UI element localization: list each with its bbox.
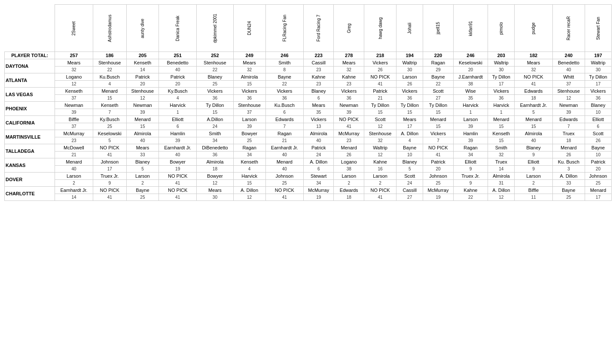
score-cell-5-5: 25 [233, 137, 265, 144]
pick-cell-5-11: Vickers [423, 130, 454, 137]
pick-cell-3-15: Newman [552, 102, 585, 109]
pick-cell-9-3: NO PICK [159, 187, 197, 194]
race-label-talladega: TALLADEGA [5, 144, 55, 158]
score-cell-0-0: 32 [55, 67, 93, 73]
score-cell-1-5: 15 [233, 81, 265, 88]
score-cell-7-6: 40 [265, 166, 303, 173]
score-cell-9-5: 12 [233, 194, 265, 201]
total-value-16: 197 [585, 52, 611, 59]
race-label-daytona: DAYTONA [5, 59, 55, 73]
race-label-atlanta: ATLANTA [5, 73, 55, 88]
score-cell-0-13: 30 [488, 67, 515, 73]
score-cell-7-13: 14 [488, 166, 515, 173]
score-cell-5-8: 23 [334, 137, 364, 144]
pick-cell-3-1: Kenseth [93, 102, 126, 109]
pick-cell-0-9: Vickers [364, 59, 396, 67]
pick-cell-5-9: Stenhouse [364, 130, 396, 137]
pick-cell-9-16: Menard [585, 187, 611, 194]
score-cell-8-15: 33 [552, 180, 585, 187]
total-value-7: 223 [303, 52, 334, 59]
score-cell-9-15: 25 [552, 194, 585, 201]
score-cell-9-4: 30 [197, 194, 233, 201]
pick-cell-3-10: Ty Dillon [396, 102, 423, 109]
score-cell-7-5: 4 [233, 166, 265, 173]
score-cell-9-3: 41 [159, 194, 197, 201]
race-label-california: CALIFORNIA [5, 116, 55, 130]
score-cell-0-5: 32 [233, 67, 265, 73]
score-cell-4-2: 15 [126, 123, 159, 130]
pick-cell-2-5: Vickers [233, 88, 265, 95]
total-value-2: 205 [126, 52, 159, 59]
score-cell-1-10: 26 [396, 81, 423, 88]
pick-row-charlotte: CHARLOTTEEarnhardt Jr.NO PICKBayneNO PIC… [5, 187, 612, 194]
total-value-5: 249 [233, 52, 265, 59]
score-cell-5-11: 7 [423, 137, 454, 144]
score-cell-2-7: 6 [303, 95, 334, 102]
score-cell-5-4: 34 [197, 137, 233, 144]
column-header-FordRacing7: Ford Racing 7 [303, 5, 334, 52]
score-cell-8-16: 25 [585, 180, 611, 187]
score-cell-6-11: 41 [423, 152, 454, 158]
pick-cell-8-9: Larson [364, 173, 396, 180]
pick-cell-7-5: Kenseth [233, 158, 265, 166]
column-header-label-FordRacing7: Ford Racing 7 [316, 7, 321, 50]
pick-cell-0-8: Mears [334, 59, 364, 67]
score-cell-3-4: 15 [197, 109, 233, 116]
column-header-jpell15: jpell15 [423, 5, 454, 52]
total-value-9: 218 [364, 52, 396, 59]
race-label-dover: DOVER [5, 173, 55, 187]
pick-cell-4-16: Elliott [585, 116, 611, 123]
score-row-talladega: 214133403634402426121041343292610 [5, 152, 612, 158]
pick-cell-9-8: Edwards [334, 187, 364, 194]
score-cell-0-12: 20 [453, 67, 488, 73]
score-cell-2-4: 36 [197, 95, 233, 102]
score-cell-1-8: 23 [334, 81, 364, 88]
score-cell-9-1: 41 [93, 194, 126, 201]
pick-cell-0-0: Mears [55, 59, 93, 67]
score-cell-4-8: 41 [334, 123, 364, 130]
score-cell-3-6: 6 [265, 109, 303, 116]
score-cell-9-13: 12 [488, 194, 515, 201]
score-cell-9-7: 19 [303, 194, 334, 201]
pick-cell-7-14: Elliott [515, 158, 552, 166]
column-header-hawgdawg: hawg dawg [364, 5, 396, 52]
pick-cell-5-5: Bowyer [233, 130, 265, 137]
score-cell-7-11: 20 [423, 166, 454, 173]
pick-cell-9-6: NO PICK [265, 187, 303, 194]
pick-cell-4-12: Larson [453, 116, 488, 123]
pick-cell-5-13: Kenseth [488, 130, 515, 137]
pick-cell-3-11: Ty Dillon [423, 102, 454, 109]
column-header-label-kkfan91: kkfan91 [468, 7, 473, 50]
score-row-daytona: 322214402232823322630292030324030 [5, 67, 612, 73]
total-value-4: 252 [197, 52, 233, 59]
score-cell-4-0: 37 [55, 123, 93, 130]
score-cell-7-0: 40 [55, 166, 93, 173]
pick-cell-9-13: A. Dillon [488, 187, 515, 194]
pick-cell-2-2: Stenhouse [126, 88, 159, 95]
column-header-pimolo: pimolo [488, 5, 515, 52]
pick-cell-8-3: NO PICK [159, 173, 197, 180]
pick-cell-0-11: Ragan [423, 59, 454, 67]
column-header-pudge: pudge [515, 5, 552, 52]
score-cell-6-0: 21 [55, 152, 93, 158]
score-cell-6-9: 12 [364, 152, 396, 158]
pick-cell-4-2: Menard [126, 116, 159, 123]
score-cell-5-10: 4 [396, 137, 423, 144]
pick-cell-6-6: Earnhardt Jr. [265, 144, 303, 152]
pick-cell-4-11: Menard [423, 116, 454, 123]
pick-cell-6-9: Waltrip [364, 144, 396, 152]
pick-row-martinsville: MARTINSVILLEMcMurrayKeselowskiAlmirolaHa… [5, 130, 612, 137]
score-cell-1-9: 41 [364, 81, 396, 88]
score-cell-3-10: 15 [396, 109, 423, 116]
score-cell-2-8: 36 [334, 95, 364, 102]
pick-cell-0-12: Keselowski [453, 59, 488, 67]
pick-cell-4-14: Menard [515, 116, 552, 123]
score-cell-4-11: 15 [423, 123, 454, 130]
score-cell-8-8: 2 [334, 180, 364, 187]
pick-row-california: CALIFORNIABiffleKy.BuschMenardElliottA.D… [5, 116, 612, 123]
pick-cell-3-4: Ty Dillon [197, 102, 233, 109]
score-cell-3-16: 10 [585, 109, 611, 116]
score-row-martinsville: 2354039342521402332473915401826 [5, 137, 612, 144]
score-cell-7-15: 3 [552, 166, 585, 173]
score-cell-1-16: 17 [585, 81, 611, 88]
